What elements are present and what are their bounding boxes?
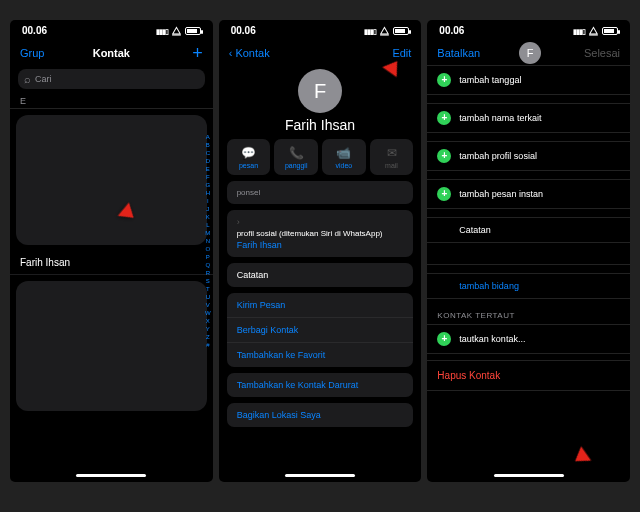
- time: 00.06: [231, 25, 256, 36]
- add-row-label: tambah nama terkait: [459, 113, 541, 123]
- status-bar: 00.06: [427, 20, 630, 41]
- phone-1-contacts-list: 00.06 Grup Kontak + Cari E Farih Ihsan A…: [10, 20, 213, 482]
- action-mail: ✉mail: [370, 139, 414, 175]
- home-indicator[interactable]: [76, 474, 146, 477]
- avatar[interactable]: F: [298, 69, 342, 113]
- nav-bar: Batalkan F Selesai: [427, 41, 630, 65]
- section-header: E: [10, 93, 213, 109]
- cancel-button[interactable]: Batalkan: [437, 47, 480, 59]
- signal-icon: [364, 25, 376, 36]
- battery-icon: [393, 27, 409, 35]
- add-row[interactable]: +tambah profil sosial: [427, 141, 630, 171]
- plus-icon: +: [437, 149, 451, 163]
- add-row[interactable]: +tambah pesan instan: [427, 179, 630, 209]
- wifi-icon: [380, 25, 389, 37]
- action-pesan[interactable]: 💬pesan: [227, 139, 271, 175]
- time: 00.06: [22, 25, 47, 36]
- link-list-1: Kirim PesanBerbagi KontakTambahkan ke Fa…: [227, 293, 414, 367]
- notes-block[interactable]: Catatan: [227, 263, 414, 287]
- alphabet-index[interactable]: ABCDEFGHIJKLMNOPQRSTUVWXYZ#: [205, 133, 211, 349]
- battery-icon: [602, 27, 618, 35]
- action-link[interactable]: Tambahkan ke Kontak Darurat: [227, 373, 414, 397]
- notes-label: Catatan: [227, 263, 414, 287]
- done-button[interactable]: Selesai: [580, 47, 620, 59]
- phone-label: ponsel: [227, 181, 414, 204]
- add-contact-button[interactable]: +: [163, 44, 203, 62]
- link-list-3: Bagikan Lokasi Saya: [227, 403, 414, 427]
- plus-icon: +: [437, 332, 451, 346]
- signal-icon: [573, 25, 585, 36]
- phone-block[interactable]: ponsel: [227, 181, 414, 204]
- phone-2-contact-detail: 00.06 ‹ Kontak Edit F Farih Ihsan 💬pesan…: [219, 20, 422, 482]
- contact-row[interactable]: Farih Ihsan: [10, 251, 213, 275]
- battery-icon: [185, 27, 201, 35]
- home-indicator[interactable]: [494, 474, 564, 477]
- detail-content: F Farih Ihsan 💬pesan📞panggil📹video✉mail …: [219, 65, 422, 470]
- action-icon: ✉: [387, 146, 397, 160]
- list-content: E Farih Ihsan ABCDEFGHIJKLMNOPQRSTUVWXYZ…: [10, 93, 213, 470]
- wifi-icon: [172, 25, 181, 37]
- nav-bar: Grup Kontak +: [10, 41, 213, 65]
- chevron-right-icon: ›: [237, 217, 404, 227]
- phone-3-edit-contact: 00.06 Batalkan F Selesai +tambah tanggal…: [427, 20, 630, 482]
- action-link[interactable]: Bagikan Lokasi Saya: [227, 403, 414, 427]
- add-row-label: tambah profil sosial: [459, 151, 537, 161]
- notes-label: Catatan: [459, 225, 491, 235]
- add-row-label: tambah tanggal: [459, 75, 521, 85]
- plus-icon: +: [437, 73, 451, 87]
- link-contacts-row[interactable]: + tautkan kontak...: [427, 324, 630, 354]
- add-row-label: tambah pesan instan: [459, 189, 543, 199]
- add-row[interactable]: +tambah nama terkait: [427, 103, 630, 133]
- action-panggil[interactable]: 📞panggil: [274, 139, 318, 175]
- status-bar: 00.06: [219, 20, 422, 41]
- add-field-label: tambah bidang: [459, 281, 519, 291]
- action-icon: 💬: [241, 146, 256, 160]
- plus-icon: +: [437, 111, 451, 125]
- notes-section[interactable]: Catatan: [427, 217, 630, 265]
- groups-button[interactable]: Grup: [20, 47, 60, 59]
- action-icon: 📞: [289, 146, 304, 160]
- time: 00.06: [439, 25, 464, 36]
- add-field-row[interactable]: tambah bidang: [427, 273, 630, 299]
- nav-title: Kontak: [93, 47, 130, 59]
- nav-bar: ‹ Kontak Edit: [219, 41, 422, 65]
- status-icons: [156, 25, 201, 37]
- plus-icon: +: [437, 187, 451, 201]
- wifi-icon: [589, 25, 598, 37]
- edit-content: +tambah tanggal+tambah nama terkait+tamb…: [427, 65, 630, 470]
- contact-name-title: Farih Ihsan: [219, 117, 422, 133]
- add-field-list: +tambah tanggal+tambah nama terkait+tamb…: [427, 65, 630, 209]
- action-label: pesan: [239, 162, 258, 169]
- back-button[interactable]: ‹ Kontak: [229, 47, 270, 59]
- edit-button[interactable]: Edit: [371, 47, 411, 59]
- action-link[interactable]: Berbagi Kontak: [227, 317, 414, 342]
- action-link[interactable]: Kirim Pesan: [227, 293, 414, 317]
- status-bar: 00.06: [10, 20, 213, 41]
- avatar-small[interactable]: F: [519, 42, 541, 64]
- search-placeholder: Cari: [35, 74, 52, 84]
- status-icons: [364, 25, 409, 37]
- action-video[interactable]: 📹video: [322, 139, 366, 175]
- delete-contact-button[interactable]: Hapus Kontak: [427, 360, 630, 391]
- contact-name-text: Farih Ihsan: [20, 257, 70, 268]
- linked-contacts-header: KONTAK TERTAUT: [427, 307, 630, 324]
- action-label: panggil: [285, 162, 308, 169]
- add-row[interactable]: +tambah tanggal: [427, 65, 630, 95]
- profile-title: profil sosial (ditemukan Siri di WhatsAp…: [237, 229, 404, 238]
- contact-card[interactable]: [16, 115, 207, 245]
- action-link[interactable]: Tambahkan ke Favorit: [227, 342, 414, 367]
- action-label: mail: [385, 162, 398, 169]
- profile-sub: Farih Ihsan: [237, 240, 404, 250]
- profile-block[interactable]: › profil sosial (ditemukan Siri di Whats…: [227, 210, 414, 257]
- action-icon: 📹: [336, 146, 351, 160]
- search-icon: [24, 73, 31, 85]
- link-contacts-label: tautkan kontak...: [459, 334, 525, 344]
- search-input[interactable]: Cari: [18, 69, 205, 89]
- status-icons: [573, 25, 618, 37]
- signal-icon: [156, 25, 168, 36]
- home-indicator[interactable]: [285, 474, 355, 477]
- link-list-2: Tambahkan ke Kontak Darurat: [227, 373, 414, 397]
- contact-card[interactable]: [16, 281, 207, 411]
- action-buttons: 💬pesan📞panggil📹video✉mail: [219, 139, 422, 175]
- action-label: video: [335, 162, 352, 169]
